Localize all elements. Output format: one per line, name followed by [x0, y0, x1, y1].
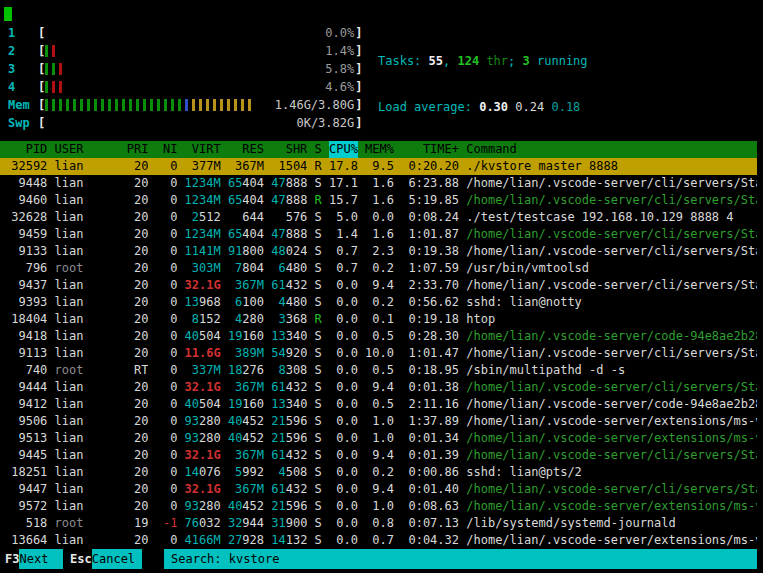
cell-ni: 0	[156, 209, 178, 226]
mem-value-kb-part: 452	[242, 414, 264, 428]
cell-command: /home/lian/.vscode-server/cli/servers/St…	[466, 277, 757, 294]
col-header-s[interactable]: S	[315, 141, 322, 158]
col-header-command[interactable]: Command	[466, 141, 757, 158]
cell-state: S	[315, 396, 322, 413]
cell-state: S	[315, 430, 322, 447]
tasks-label: Tasks:	[378, 54, 429, 68]
mem-value-kb-part: 596	[286, 499, 308, 513]
process-row[interactable]: 9572lian200932804045221596S0.01.00:08.63…	[0, 498, 757, 515]
cpu2-percent: 1.4%	[325, 42, 354, 60]
process-row[interactable]: 9460lian2001234M6540447888R15.71.65:19.8…	[0, 192, 757, 209]
cell-pri: 20	[127, 328, 149, 345]
cell-state: S	[315, 464, 322, 481]
mem-value-g: 32.1G	[185, 482, 221, 496]
process-row[interactable]: 740rootRT0337M182768308S0.00.50:18.95/sb…	[0, 362, 757, 379]
process-row[interactable]: 9412lian200405041916013340S0.00.52:11.16…	[0, 396, 757, 413]
cell-shr: 21596	[271, 430, 307, 447]
col-header-ni[interactable]: NI	[156, 141, 178, 158]
mem-value-mb-part: 40	[185, 397, 199, 411]
cell-user: lian	[55, 413, 120, 430]
cell-cpu-percent: 0.0	[329, 515, 358, 532]
cell-time: 0:19.18	[401, 311, 459, 328]
process-row[interactable]: 9133lian2001141M9180048024S0.72.30:19.38…	[0, 243, 757, 260]
bracket-open: [	[38, 116, 45, 130]
col-header-pri[interactable]: PRI	[127, 141, 149, 158]
col-header-mem[interactable]: MEM%	[365, 141, 394, 158]
mem-value-mb-part: 14	[185, 465, 199, 479]
cell-virt: 40504	[185, 396, 221, 413]
cell-state: S	[315, 379, 322, 396]
mem-value-mb-part: 40	[228, 414, 242, 428]
mem-tick	[157, 99, 160, 111]
col-header-time[interactable]: TIME+	[401, 141, 459, 158]
process-row[interactable]: 13664lian2004166M2792814132S0.00.70:04.3…	[0, 532, 757, 549]
f3-key[interactable]: F3	[5, 549, 19, 569]
process-row[interactable]: 9393lian2001396861004480S0.00.20:56.62ss…	[0, 294, 757, 311]
mem-value-kb-part: 480	[286, 295, 308, 309]
mem-value-kb-part: 920	[286, 346, 308, 360]
process-row[interactable]: 9448lian2001234M6540447888S17.11.66:23.8…	[0, 175, 757, 192]
process-row[interactable]: 9459lian2001234M6540447888S1.41.61:01.87…	[0, 226, 757, 243]
col-header-res[interactable]: RES	[228, 141, 264, 158]
cell-cpu-percent: 0.0	[329, 464, 358, 481]
cpu3-meter-label: 3	[0, 62, 38, 76]
mem-tick	[59, 99, 62, 111]
cell-user: lian	[55, 447, 120, 464]
process-row[interactable]: 9113lian20011.6G389M54920S0.010.01:01.47…	[0, 345, 757, 362]
cell-user: lian	[55, 311, 120, 328]
col-header-user[interactable]: USER	[55, 141, 120, 158]
cell-pri: 20	[127, 413, 149, 430]
cell-pri: 20	[127, 243, 149, 260]
mem-value-kb-part: 024	[286, 244, 308, 258]
f3-next-button[interactable]: Next	[19, 549, 62, 569]
process-row[interactable]: 9513lian200932804045221596S0.01.00:01.34…	[0, 430, 757, 447]
process-row[interactable]: 9445lian20032.1G367M61432S0.09.40:01.39/…	[0, 447, 757, 464]
process-row[interactable]: 32592lian200377M367M1504R17.89.50:20.20.…	[0, 158, 757, 175]
col-header-cpu[interactable]: CPU%	[329, 141, 358, 158]
cell-state: S	[315, 294, 322, 311]
process-row[interactable]: 9437lian20032.1G367M61432S0.09.42:33.70/…	[0, 277, 757, 294]
cell-shr: 1504	[271, 158, 307, 175]
col-header-pid[interactable]: PID	[4, 141, 47, 158]
cell-command: ./test/testcase 192.168.10.129 8888 4	[466, 209, 757, 226]
cell-mem-percent: 0.1	[365, 311, 394, 328]
mem-tick	[122, 99, 125, 111]
process-row[interactable]: 796root200303M78046480S0.70.21:07.59/usr…	[0, 260, 757, 277]
process-row[interactable]: 18404lian200815242803368R0.00.10:19.18ht…	[0, 311, 757, 328]
col-header-virt[interactable]: VIRT	[185, 141, 221, 158]
cell-time: 1:01.87	[401, 226, 459, 243]
tasks-sep: ,	[443, 54, 457, 68]
mem-value: 576	[286, 210, 308, 224]
mem-value-mb-part: 47	[271, 176, 285, 190]
cell-time: 0:20.20	[401, 158, 459, 175]
mem-value-mb-part: 14	[271, 533, 285, 547]
esc-key[interactable]: Esc	[70, 549, 92, 569]
search-input[interactable]: Search: kvstore	[164, 549, 757, 569]
cell-pri: 20	[127, 379, 149, 396]
mem-tick	[66, 99, 69, 111]
process-row[interactable]: 518root19-1760323294431900S0.00.80:07.13…	[0, 515, 757, 532]
mem-value-mb-part: 61	[271, 380, 285, 394]
mem-value-kb-part: 888	[286, 176, 308, 190]
cpu4-meter: 4[4.6%]	[0, 78, 370, 96]
process-row[interactable]: 18251lian2001407659924508S0.00.20:00.86s…	[0, 464, 757, 481]
process-row[interactable]: 9506lian200932804045221596S0.01.01:37.89…	[0, 413, 757, 430]
process-row[interactable]: 32628lian2002512644576S5.00.00:08.24./te…	[0, 209, 757, 226]
mem-tick	[52, 99, 55, 111]
mem-value-mb-part: 2	[192, 210, 199, 224]
process-row[interactable]: 9444lian20032.1G367M61432S0.09.40:01.38/…	[0, 379, 757, 396]
process-row[interactable]: 9418lian200405041916013340S0.00.50:28.30…	[0, 328, 757, 345]
process-row[interactable]: 9447lian20032.1G367M61432S0.09.40:01.40/…	[0, 481, 757, 498]
esc-cancel-button[interactable]: Cancel	[92, 549, 143, 569]
mem-tick	[150, 99, 153, 111]
cell-time: 0:28.30	[401, 328, 459, 345]
col-header-shr[interactable]: SHR	[271, 141, 307, 158]
cell-cpu-percent: 0.0	[329, 396, 358, 413]
mem-value-m: 367M	[235, 159, 264, 173]
cell-res: 5992	[228, 464, 264, 481]
mem-value-kb-part: 404	[242, 227, 264, 241]
cell-ni: 0	[156, 498, 178, 515]
cell-time: 2:33.70	[401, 277, 459, 294]
cell-res: 40452	[228, 430, 264, 447]
mem-value-kb-part: 368	[286, 312, 308, 326]
